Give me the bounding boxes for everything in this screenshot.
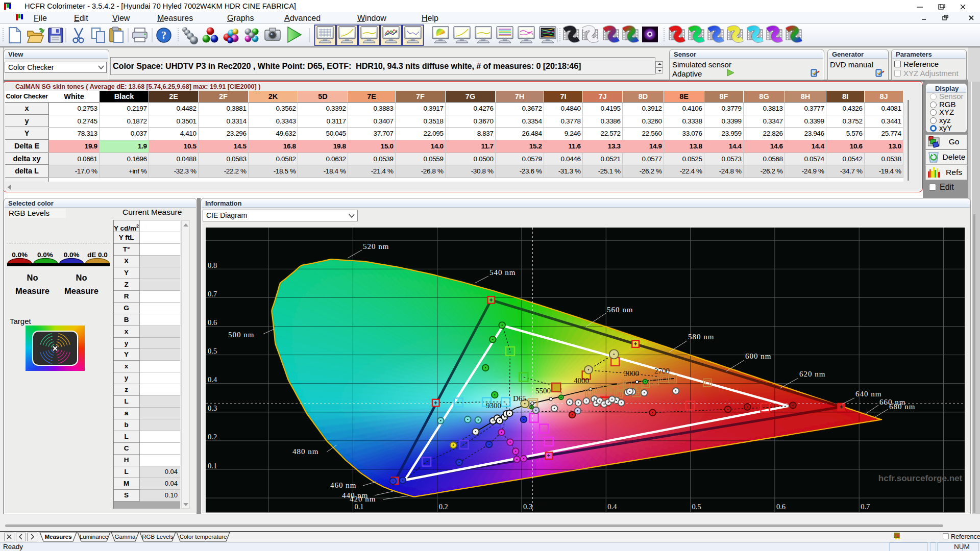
svg-text:0.7: 0.7 — [861, 503, 870, 511]
svg-text:480 nm: 480 nm — [292, 447, 318, 456]
svg-text:0.5: 0.5 — [208, 347, 217, 355]
svg-text:?: ? — [161, 30, 166, 41]
svg-text:5500: 5500 — [535, 387, 551, 395]
svg-text:500 nm: 500 nm — [228, 331, 254, 339]
svg-text:D65: D65 — [513, 394, 526, 403]
svg-text:640 nm: 640 nm — [855, 390, 881, 398]
svg-text:420 nm: 420 nm — [350, 495, 376, 503]
svg-text:0.8: 0.8 — [208, 261, 217, 269]
svg-text:0.2: 0.2 — [208, 433, 217, 441]
svg-text:0.6: 0.6 — [776, 503, 786, 511]
svg-text:0.3: 0.3 — [208, 404, 217, 412]
svg-text:0.4: 0.4 — [607, 503, 617, 511]
svg-text:460 nm: 460 nm — [330, 481, 356, 489]
svg-text:560 nm: 560 nm — [607, 306, 633, 314]
svg-text:540 nm: 540 nm — [489, 268, 516, 277]
svg-text:680 nm: 680 nm — [889, 403, 915, 411]
svg-text:0.4: 0.4 — [208, 375, 217, 384]
svg-text:0.1: 0.1 — [208, 462, 217, 470]
svg-text:520 nm: 520 nm — [363, 242, 389, 251]
svg-text:0.6: 0.6 — [208, 318, 217, 327]
svg-text:0.5: 0.5 — [692, 503, 701, 511]
svg-text:0.7: 0.7 — [208, 290, 217, 298]
svg-text:9300: 9300 — [486, 402, 501, 410]
svg-text:620 nm: 620 nm — [799, 370, 825, 378]
svg-text:0.3: 0.3 — [523, 503, 532, 511]
svg-text:4000: 4000 — [574, 377, 589, 385]
svg-text:0.2: 0.2 — [439, 503, 448, 511]
svg-text:3000: 3000 — [624, 369, 639, 378]
svg-text:0.1: 0.1 — [354, 503, 363, 511]
svg-text:600 nm: 600 nm — [745, 352, 771, 360]
svg-text:580 nm: 580 nm — [688, 333, 714, 341]
svg-text:2700: 2700 — [654, 367, 670, 375]
svg-text:hcfr.sourceforge.net: hcfr.sourceforge.net — [878, 473, 963, 483]
